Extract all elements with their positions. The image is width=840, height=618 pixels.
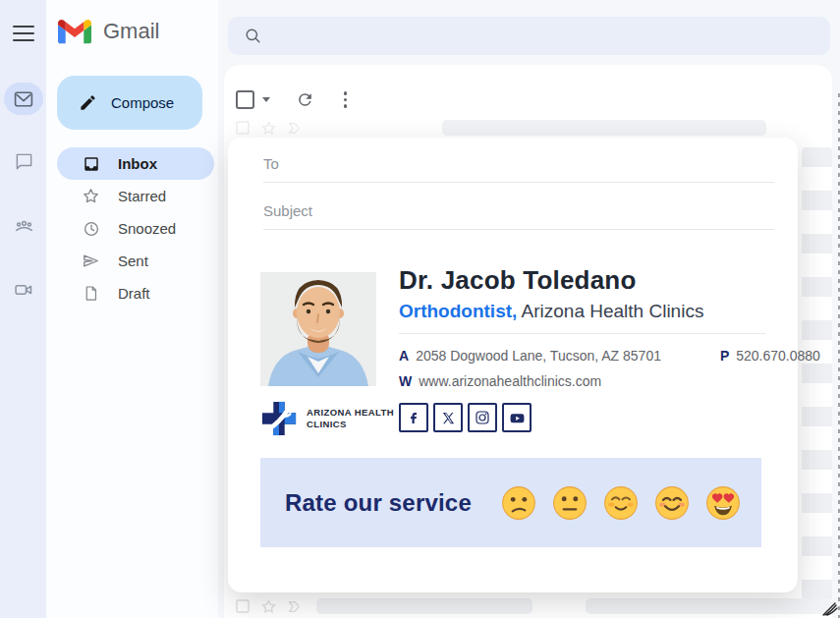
rate-service-label: Rate our service [285, 489, 472, 517]
signature-name: Dr. Jacob Toledano [399, 265, 637, 296]
mail-icon[interactable] [4, 83, 43, 115]
sidebar-item-label: Inbox [118, 155, 157, 172]
address-value: 2058 Dogwood Lane, Tucson, AZ 85701 [416, 348, 661, 364]
clinic-logo: ARIZONA HEALTH CLINICS [260, 399, 394, 438]
sidebar-item-inbox[interactable]: Inbox [57, 147, 214, 180]
compose-label: Compose [111, 94, 174, 111]
signature-divider [399, 333, 765, 334]
sidebar-item-label: Starred [118, 188, 166, 204]
sidebar-item-sent[interactable]: Sent [57, 245, 214, 277]
emoji-neutral-icon[interactable] [551, 484, 588, 522]
clock-icon [82, 219, 100, 238]
social-links [399, 403, 532, 432]
clinic-logo-line2: CLINICS [307, 419, 394, 430]
list-toolbar [236, 90, 347, 109]
emoji-relieved-icon[interactable] [602, 484, 640, 522]
address-label: A [399, 348, 409, 364]
video-icon[interactable] [4, 273, 43, 306]
website-label: W [399, 373, 412, 389]
search-input[interactable] [274, 27, 809, 45]
company-name: Arizona Health Clinics [522, 301, 704, 321]
emoji-smiling-icon[interactable] [653, 484, 691, 522]
phone-label: P [720, 348, 729, 364]
inbox-icon [82, 154, 100, 173]
website-value: www.arizonahealthclinics.com [419, 373, 601, 389]
cursor-icon [821, 599, 839, 617]
emoji-confused-icon[interactable] [500, 484, 537, 522]
sidebar: Gmail Compose Inbox Starred [46, 0, 218, 618]
signature-title: Orthodontist, Arizona Health Clinics [399, 301, 703, 322]
sidebar-item-label: Snoozed [118, 220, 176, 237]
profile-photo [260, 272, 376, 386]
star-icon [82, 187, 100, 205]
sidebar-item-label: Sent [118, 253, 148, 269]
select-dropdown-icon[interactable] [262, 97, 270, 102]
sidebar-item-label: Draft [118, 285, 150, 302]
left-icon-rail [0, 0, 46, 618]
search-icon [244, 27, 262, 45]
sidebar-nav: Inbox Starred Snoozed Sent [46, 147, 218, 309]
gmail-logo-icon [58, 18, 91, 44]
people-icon[interactable] [4, 209, 43, 242]
draft-icon [82, 284, 100, 303]
sidebar-item-draft[interactable]: Draft [57, 277, 214, 309]
phone-value: 520.670.0880 [736, 348, 820, 364]
emoji-heart-eyes-icon[interactable] [704, 484, 742, 522]
compose-button[interactable]: Compose [57, 76, 202, 130]
ghost-email-list [802, 147, 832, 618]
x-twitter-icon[interactable] [433, 403, 463, 432]
refresh-icon[interactable] [296, 90, 314, 109]
job-title: Orthodontist, [399, 301, 517, 321]
sidebar-item-starred[interactable]: Starred [57, 180, 214, 212]
app-title: Gmail [103, 19, 159, 44]
clinic-logo-icon [260, 399, 298, 438]
chat-icon[interactable] [4, 145, 43, 178]
search-bar [228, 17, 830, 55]
youtube-icon[interactable] [502, 403, 532, 432]
subject-field[interactable] [263, 202, 774, 229]
facebook-icon[interactable] [399, 403, 428, 432]
rating-emojis [500, 484, 742, 522]
compose-card: Dr. Jacob Toledano Orthodontist, Arizona… [228, 138, 798, 592]
more-options-icon[interactable] [344, 91, 347, 107]
rate-service-banner: Rate our service [260, 458, 761, 547]
select-all-checkbox[interactable] [236, 90, 254, 109]
gmail-window: Gmail Compose Inbox Starred [0, 0, 840, 618]
menu-icon[interactable] [13, 26, 34, 41]
signature-contact-line1: A2058 Dogwood Lane, Tucson, AZ 85701 P52… [399, 348, 820, 364]
to-field[interactable] [263, 155, 774, 182]
instagram-icon[interactable] [468, 403, 497, 432]
send-icon [82, 252, 100, 270]
sidebar-item-snoozed[interactable]: Snoozed [57, 212, 214, 245]
clinic-logo-line1: ARIZONA HEALTH [307, 407, 394, 419]
pencil-icon [79, 93, 97, 112]
signature-contact-line2: Wwww.arizonahealthclinics.com [399, 373, 601, 389]
